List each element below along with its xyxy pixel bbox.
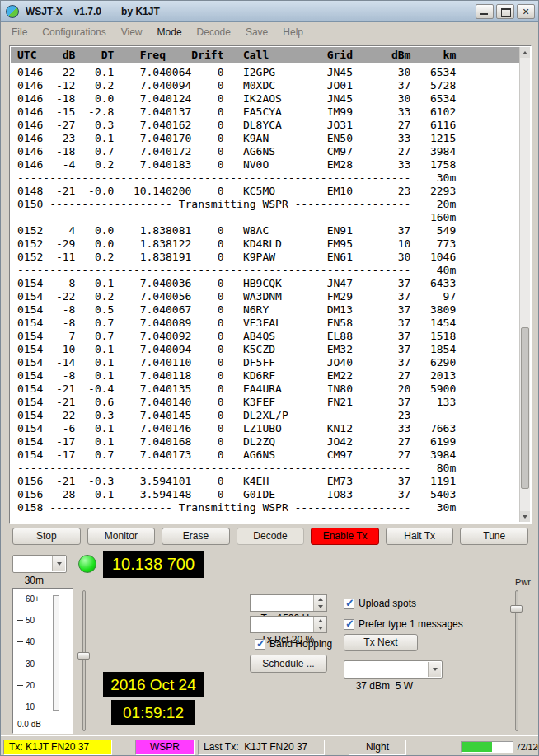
table-scrollbar[interactable] — [519, 47, 530, 522]
schedule-button[interactable]: Schedule ... — [250, 655, 327, 673]
decode-row[interactable]: 0154 7 0.7 7.040092 0 AB4QS EL88 37 1518 — [17, 330, 519, 343]
decode-row[interactable]: 0146 -23 0.1 7.040170 0 K9AN EN50 33 121… — [17, 132, 519, 145]
minimize-icon[interactable] — [476, 4, 494, 19]
upload-spots-label: Upload spots — [359, 598, 416, 609]
tx-power-select[interactable]: 37 dBm 5 W — [344, 660, 443, 679]
decode-row[interactable]: 0154 -17 0.1 7.040168 0 DL2ZQ JO42 27 61… — [17, 435, 519, 448]
window-buttons — [476, 4, 535, 19]
tx-freq-spinner[interactable]: Tx 1500 Hz — [250, 594, 327, 612]
menu-save[interactable]: Save — [238, 25, 275, 40]
tune-button[interactable]: Tune — [460, 528, 528, 545]
decode-row[interactable]: 0152 -11 0.2 1.838191 0 K9PAW EN61 30 10… — [17, 251, 519, 264]
spin-down-icon[interactable] — [314, 625, 326, 633]
decode-row[interactable]: 0154 -6 0.1 7.040146 0 LZ1UBO KN12 33 76… — [17, 422, 519, 435]
decode-row[interactable]: 0154 -8 0.7 7.040089 0 VE3FAL EN58 37 14… — [17, 317, 519, 330]
band-separator-row: ----------------------------------------… — [17, 171, 519, 185]
checkbox-checked-icon[interactable] — [255, 639, 265, 650]
upload-spots-checkbox[interactable]: Upload spots — [344, 598, 416, 609]
enable-tx-button[interactable]: Enable Tx — [311, 528, 379, 545]
tx-pct-spinner[interactable]: Tx Pct 20 % — [250, 616, 327, 633]
tx-power-slider[interactable] — [509, 588, 524, 734]
band-select-value: 30m — [25, 575, 44, 586]
command-button-row: Stop Monitor Erase Decode Enable Tx Halt… — [12, 528, 528, 545]
decode-row[interactable]: 0146 -18 0.7 7.040172 0 AG6NS CM97 27 39… — [17, 145, 519, 158]
decode-row[interactable]: 0154 -8 0.5 7.040067 0 N6RY DM13 37 3809 — [17, 303, 519, 317]
meter-scale: 60+5040302010 — [17, 594, 49, 711]
close-icon[interactable] — [517, 4, 535, 19]
chevron-down-icon[interactable] — [52, 556, 65, 571]
decode-row[interactable]: 0156 -28 -0.1 3.594148 0 G0IDE IO83 37 5… — [17, 488, 519, 501]
meter-bar — [53, 595, 59, 711]
band-select[interactable]: 30m — [12, 555, 67, 573]
decode-row[interactable]: 0154 -17 0.7 7.040173 0 AG6NS CM97 27 39… — [17, 448, 519, 462]
tx-progress-bar — [461, 741, 513, 753]
checkbox-checked-icon[interactable] — [344, 599, 354, 609]
decode-row[interactable]: 0152 4 0.0 1.838081 0 W8AC EN91 37 549 — [17, 224, 519, 237]
decode-row[interactable]: 0154 -21 0.6 7.040140 0 K3FEF FN21 37 13… — [17, 396, 519, 409]
spin-up-icon[interactable] — [314, 617, 326, 625]
tx-progress-label: 72/120 — [516, 741, 539, 753]
meter-tick-label: 40 — [17, 637, 49, 646]
decode-row[interactable]: 0156 -21 -0.3 3.594101 0 K4EH EM73 37 11… — [17, 475, 519, 488]
checkbox-checked-icon[interactable] — [344, 619, 354, 630]
decode-row[interactable]: 0152 -29 0.0 1.838122 0 KD4RLD EM95 10 7… — [17, 237, 519, 251]
monitor-button[interactable]: Monitor — [87, 528, 156, 545]
menu-help[interactable]: Help — [275, 25, 311, 40]
menu-decode[interactable]: Decode — [190, 25, 238, 40]
decode-row[interactable]: 0146 -12 0.2 7.040094 0 M0XDC JO01 37 57… — [17, 79, 519, 92]
band-separator-row: ----------------------------------------… — [17, 211, 519, 224]
slider-handle[interactable] — [510, 605, 523, 613]
decode-row[interactable]: 0154 -22 0.2 7.040056 0 WA3DNM FM29 37 9… — [17, 290, 519, 303]
meter-tick-label: 20 — [17, 681, 49, 690]
window-title-version: v1.7.0 — [74, 6, 101, 17]
prefer-type1-checkbox[interactable]: Prefer type 1 messages — [344, 618, 463, 630]
decode-row[interactable]: 0146 -15 -2.8 7.040137 0 EA5CYA IM99 33 … — [17, 106, 519, 119]
menu-file[interactable]: File — [4, 25, 35, 40]
mode-badge: WSPR — [135, 740, 195, 755]
decode-row[interactable]: 0146 -4 0.2 7.040183 0 NV0O EM28 33 1758 — [17, 158, 519, 171]
band-separator-row: ----------------------------------------… — [17, 462, 519, 475]
wsjtx-window: { "titlebar": { "app_name": "WSJT-X", "v… — [0, 0, 539, 756]
menu-view[interactable]: View — [114, 25, 150, 40]
decode-row[interactable]: 0154 -22 0.3 7.040145 0 DL2XL/P 23 — [17, 409, 519, 422]
scrollbar-thumb[interactable] — [521, 327, 529, 489]
spin-up-icon[interactable] — [314, 595, 326, 603]
scrollbar-up-icon[interactable] — [520, 47, 530, 58]
decode-row[interactable]: 0154 -8 0.1 7.040036 0 HB9CQK JN47 37 64… — [17, 277, 519, 290]
decode-row[interactable]: 0154 -21 -0.4 7.040135 0 EA4URA IN80 20 … — [17, 383, 519, 396]
band-hopping-checkbox[interactable]: Band Hopping — [255, 638, 332, 650]
meter-tick-label: 50 — [17, 616, 49, 625]
last-tx-status: Last Tx: K1JT FN20 37 — [198, 740, 325, 755]
decode-row[interactable]: 0154 -8 0.1 7.040118 0 KD6RF EM22 27 201… — [17, 369, 519, 383]
erase-button[interactable]: Erase — [162, 528, 230, 545]
tx-progress-fill — [462, 742, 492, 752]
decode-row[interactable]: 0146 -18 0.0 7.040124 0 IK2AOS JN45 30 6… — [17, 92, 519, 106]
scrollbar-down-icon[interactable] — [520, 511, 530, 522]
slider-handle[interactable] — [77, 652, 90, 660]
decode-row[interactable]: 0146 -22 0.1 7.040064 0 I2GPG JN45 30 65… — [17, 66, 519, 79]
titlebar: WSJT-X v1.7.0 by K1JT — [1, 1, 539, 22]
maximize-icon[interactable] — [496, 4, 514, 19]
signal-meter: 60+5040302010 0.0 dB — [12, 588, 73, 734]
menu-mode[interactable]: Mode — [150, 25, 190, 40]
decode-row[interactable]: 0154 -14 0.1 7.040110 0 DF5FF JO40 37 62… — [17, 356, 519, 369]
stop-button[interactable]: Stop — [12, 528, 81, 545]
date-display: 2016 Oct 24 — [103, 672, 204, 697]
rx-gain-slider[interactable] — [77, 588, 91, 734]
decode-row[interactable]: 0154 -10 0.1 7.040094 0 K5CZD EM32 37 18… — [17, 343, 519, 356]
decode-table-header: UTC dB DT Freq Drift Call Grid dBm km — [11, 47, 519, 63]
transmit-row: 0150 ------------------- Transmitting WS… — [17, 198, 519, 211]
decode-table: UTC dB DT Freq Drift Call Grid dBm km 01… — [9, 45, 532, 524]
decode-row[interactable]: 0148 -21 -0.0 10.140200 0 KC5MO EM10 23 … — [17, 185, 519, 198]
menu-configurations[interactable]: Configurations — [35, 25, 113, 40]
chevron-down-icon[interactable] — [428, 662, 441, 677]
tx-status-badge: Tx: K1JT FN20 37 — [3, 740, 112, 755]
decode-row[interactable]: 0146 -27 0.3 7.040162 0 DL8YCA JO31 27 6… — [17, 119, 519, 132]
tx-next-button[interactable]: Tx Next — [344, 634, 418, 651]
decode-table-body[interactable]: 0146 -22 0.1 7.040064 0 I2GPG JN45 30 65… — [11, 63, 519, 522]
halt-tx-button[interactable]: Halt Tx — [386, 528, 454, 545]
band-hopping-label: Band Hopping — [270, 638, 332, 650]
spinner-arrows — [313, 617, 326, 632]
decode-button[interactable]: Decode — [237, 528, 305, 545]
spin-down-icon[interactable] — [314, 603, 326, 612]
